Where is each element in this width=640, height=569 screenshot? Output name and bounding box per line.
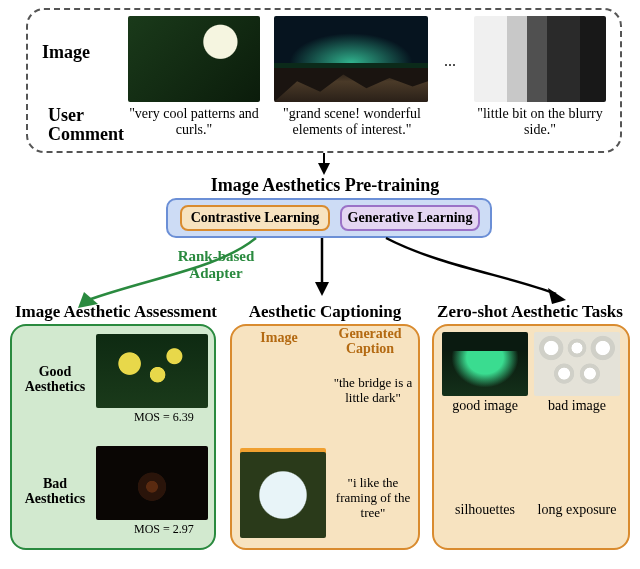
train-comment-2: "grand scene! wonderful elements of inte… xyxy=(268,106,436,138)
arrow-to-zeroshot xyxy=(380,238,580,310)
train-image-3 xyxy=(474,16,606,102)
zs-image-1 xyxy=(442,332,528,396)
train-comment-3: "little bit on the blurry side." xyxy=(474,106,606,138)
svg-marker-4 xyxy=(315,282,329,296)
zs-image-2 xyxy=(534,332,620,396)
train-comment-1: "very cool patterns and curls." xyxy=(128,106,260,138)
captioning-heading: Aesthetic Captioning xyxy=(232,302,418,322)
iaa-bad-mos: MOS = 2.97 xyxy=(134,522,194,537)
pretraining-heading: Image Aesthetics Pre-training xyxy=(190,175,460,196)
zs-label-4: long exposure xyxy=(532,502,622,518)
svg-marker-1 xyxy=(318,163,330,175)
cap-col-caption: Generated Caption xyxy=(326,326,414,357)
cap-image-2 xyxy=(240,452,326,538)
cap-text-2: "i like the framing of the tree" xyxy=(330,476,416,521)
iaa-bad-image xyxy=(96,446,208,520)
ellipsis: ... xyxy=(444,52,456,70)
row-label-comment-l2: Comment xyxy=(48,124,124,144)
arrow-top-to-pretrain xyxy=(318,153,330,175)
iaa-good-mos: MOS = 6.39 xyxy=(134,410,194,425)
train-image-2 xyxy=(274,16,428,102)
zs-label-1: good image xyxy=(440,398,530,414)
cap-col-image: Image xyxy=(244,330,314,345)
chip-generative-label: Generative Learning xyxy=(348,210,473,226)
zeroshot-heading: Zero-shot Aesthetic Tasks xyxy=(424,302,636,322)
cap-text-1: "the bridge is a little dark" xyxy=(330,376,416,406)
iaa-good-label: Good Aesthetics xyxy=(18,364,92,395)
arrow-to-captioning xyxy=(314,238,330,298)
chip-contrastive-label: Contrastive Learning xyxy=(191,210,320,226)
iaa-good-image xyxy=(96,334,208,408)
train-image-1 xyxy=(128,16,260,102)
row-label-image: Image xyxy=(42,42,90,63)
zs-label-3: silhouettes xyxy=(440,502,530,518)
chip-contrastive: Contrastive Learning xyxy=(180,205,330,231)
zs-label-2: bad image xyxy=(532,398,622,414)
chip-generative: Generative Learning xyxy=(340,205,480,231)
row-label-user: User Comment xyxy=(48,106,124,144)
iaa-bad-label: Bad Aesthetics xyxy=(18,476,92,507)
row-label-user-l1: User xyxy=(48,105,84,125)
iaa-heading: Image Aesthetic Assessment xyxy=(2,302,230,322)
